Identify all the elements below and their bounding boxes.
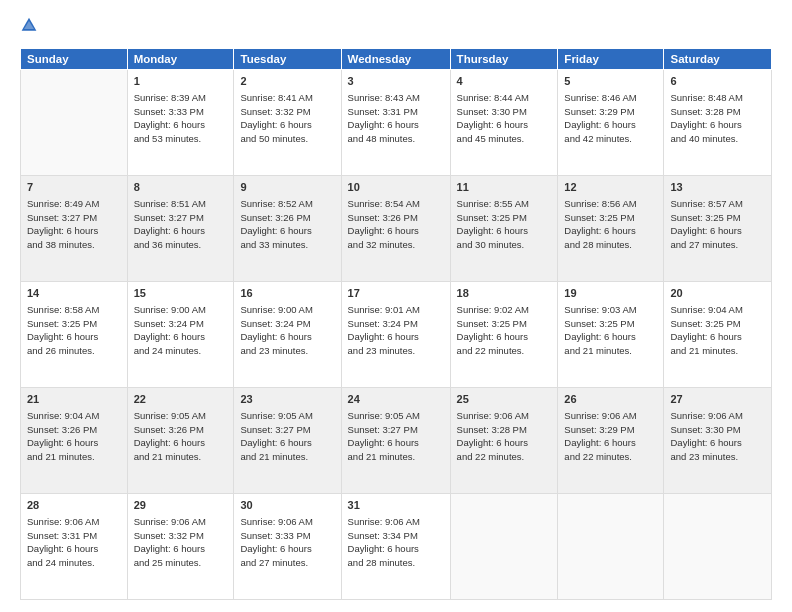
day-info-line: Daylight: 6 hours (564, 118, 657, 132)
day-info-line: and 48 minutes. (348, 132, 444, 146)
day-info-line: Sunset: 3:27 PM (348, 423, 444, 437)
calendar-day-header: Wednesday (341, 49, 450, 70)
calendar-cell: 20Sunrise: 9:04 AMSunset: 3:25 PMDayligh… (664, 282, 772, 388)
day-info-line: Sunset: 3:25 PM (457, 317, 552, 331)
day-info-line: Daylight: 6 hours (457, 118, 552, 132)
day-info-line: Sunrise: 9:00 AM (240, 303, 334, 317)
day-info-line: Sunset: 3:24 PM (134, 317, 228, 331)
day-info-line: Daylight: 6 hours (240, 436, 334, 450)
day-info-line: Sunrise: 9:06 AM (564, 409, 657, 423)
day-number: 24 (348, 392, 444, 408)
day-info-line: Sunrise: 8:43 AM (348, 91, 444, 105)
calendar-cell: 18Sunrise: 9:02 AMSunset: 3:25 PMDayligh… (450, 282, 558, 388)
calendar-cell: 2Sunrise: 8:41 AMSunset: 3:32 PMDaylight… (234, 70, 341, 176)
calendar-cell: 25Sunrise: 9:06 AMSunset: 3:28 PMDayligh… (450, 388, 558, 494)
day-number: 8 (134, 180, 228, 196)
day-info-line: Sunrise: 8:57 AM (670, 197, 765, 211)
calendar-cell: 29Sunrise: 9:06 AMSunset: 3:32 PMDayligh… (127, 494, 234, 600)
day-info-line: and 40 minutes. (670, 132, 765, 146)
calendar-cell: 4Sunrise: 8:44 AMSunset: 3:30 PMDaylight… (450, 70, 558, 176)
day-number: 26 (564, 392, 657, 408)
day-info-line: Sunrise: 8:49 AM (27, 197, 121, 211)
day-info-line: Daylight: 6 hours (670, 224, 765, 238)
calendar-cell (450, 494, 558, 600)
calendar-cell: 30Sunrise: 9:06 AMSunset: 3:33 PMDayligh… (234, 494, 341, 600)
day-number: 12 (564, 180, 657, 196)
day-info-line: Sunset: 3:25 PM (670, 317, 765, 331)
logo (20, 16, 42, 38)
calendar-week-row: 7Sunrise: 8:49 AMSunset: 3:27 PMDaylight… (21, 176, 772, 282)
day-number: 17 (348, 286, 444, 302)
day-info-line: Daylight: 6 hours (564, 436, 657, 450)
day-info-line: Sunrise: 9:06 AM (27, 515, 121, 529)
day-info-line: Daylight: 6 hours (27, 436, 121, 450)
day-info-line: Daylight: 6 hours (670, 330, 765, 344)
day-info-line: Sunrise: 9:05 AM (348, 409, 444, 423)
day-number: 3 (348, 74, 444, 90)
calendar-cell: 23Sunrise: 9:05 AMSunset: 3:27 PMDayligh… (234, 388, 341, 494)
day-info-line: Daylight: 6 hours (564, 330, 657, 344)
day-info-line: Daylight: 6 hours (348, 542, 444, 556)
calendar-day-header: Monday (127, 49, 234, 70)
day-info-line: Daylight: 6 hours (134, 436, 228, 450)
day-info-line: Sunrise: 8:56 AM (564, 197, 657, 211)
calendar-cell: 31Sunrise: 9:06 AMSunset: 3:34 PMDayligh… (341, 494, 450, 600)
calendar-header-row: SundayMondayTuesdayWednesdayThursdayFrid… (21, 49, 772, 70)
calendar-cell: 13Sunrise: 8:57 AMSunset: 3:25 PMDayligh… (664, 176, 772, 282)
day-info-line: Sunset: 3:30 PM (457, 105, 552, 119)
day-info-line: Sunrise: 9:06 AM (457, 409, 552, 423)
logo-icon (20, 16, 38, 34)
day-number: 30 (240, 498, 334, 514)
day-info-line: Sunset: 3:30 PM (670, 423, 765, 437)
day-number: 14 (27, 286, 121, 302)
day-number: 6 (670, 74, 765, 90)
calendar-cell (664, 494, 772, 600)
day-info-line: Daylight: 6 hours (134, 542, 228, 556)
day-info-line: and 24 minutes. (134, 344, 228, 358)
day-number: 19 (564, 286, 657, 302)
day-info-line: and 28 minutes. (564, 238, 657, 252)
day-info-line: Daylight: 6 hours (27, 224, 121, 238)
calendar-day-header: Friday (558, 49, 664, 70)
day-info-line: and 21 minutes. (134, 450, 228, 464)
day-info-line: and 22 minutes. (457, 450, 552, 464)
calendar-day-header: Tuesday (234, 49, 341, 70)
day-number: 25 (457, 392, 552, 408)
calendar-cell (558, 494, 664, 600)
day-number: 22 (134, 392, 228, 408)
calendar-week-row: 28Sunrise: 9:06 AMSunset: 3:31 PMDayligh… (21, 494, 772, 600)
day-info-line: and 26 minutes. (27, 344, 121, 358)
day-info-line: Sunset: 3:25 PM (27, 317, 121, 331)
day-info-line: and 50 minutes. (240, 132, 334, 146)
calendar-cell: 26Sunrise: 9:06 AMSunset: 3:29 PMDayligh… (558, 388, 664, 494)
calendar-week-row: 21Sunrise: 9:04 AMSunset: 3:26 PMDayligh… (21, 388, 772, 494)
calendar-table: SundayMondayTuesdayWednesdayThursdayFrid… (20, 48, 772, 600)
day-info-line: Sunset: 3:33 PM (134, 105, 228, 119)
day-info-line: Sunrise: 8:55 AM (457, 197, 552, 211)
day-number: 15 (134, 286, 228, 302)
day-info-line: Daylight: 6 hours (348, 118, 444, 132)
day-info-line: Sunrise: 9:01 AM (348, 303, 444, 317)
day-number: 31 (348, 498, 444, 514)
day-info-line: Sunset: 3:31 PM (27, 529, 121, 543)
calendar-cell: 1Sunrise: 8:39 AMSunset: 3:33 PMDaylight… (127, 70, 234, 176)
day-info-line: and 22 minutes. (457, 344, 552, 358)
page-header (20, 16, 772, 38)
calendar-cell: 17Sunrise: 9:01 AMSunset: 3:24 PMDayligh… (341, 282, 450, 388)
day-info-line: and 30 minutes. (457, 238, 552, 252)
day-info-line: and 27 minutes. (670, 238, 765, 252)
day-info-line: Sunrise: 9:05 AM (134, 409, 228, 423)
day-info-line: Daylight: 6 hours (457, 330, 552, 344)
calendar-cell (21, 70, 128, 176)
day-info-line: Daylight: 6 hours (134, 118, 228, 132)
day-info-line: Sunrise: 9:06 AM (240, 515, 334, 529)
calendar-cell: 6Sunrise: 8:48 AMSunset: 3:28 PMDaylight… (664, 70, 772, 176)
day-number: 20 (670, 286, 765, 302)
day-info-line: Sunrise: 9:06 AM (670, 409, 765, 423)
day-number: 2 (240, 74, 334, 90)
day-info-line: Sunrise: 9:06 AM (134, 515, 228, 529)
day-info-line: Sunset: 3:26 PM (27, 423, 121, 437)
day-info-line: Daylight: 6 hours (240, 224, 334, 238)
day-info-line: and 23 minutes. (348, 344, 444, 358)
day-number: 13 (670, 180, 765, 196)
